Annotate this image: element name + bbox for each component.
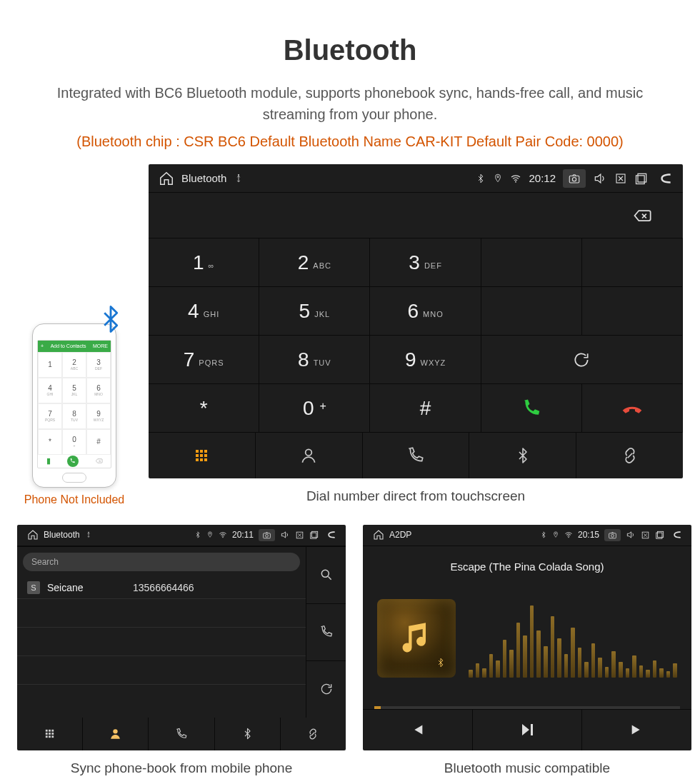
- status-time: 20:12: [529, 172, 556, 184]
- call-button[interactable]: [306, 604, 346, 661]
- phone-add-icon: +: [41, 343, 44, 348]
- phone-key: *: [38, 429, 62, 455]
- tab-bluetooth[interactable]: [215, 718, 281, 750]
- backspace-icon: [95, 457, 103, 465]
- play-pause-button[interactable]: [473, 710, 583, 750]
- camera-icon[interactable]: [259, 529, 275, 541]
- next-button[interactable]: [582, 710, 691, 750]
- phone-header-text: Add to Contacts: [51, 343, 86, 348]
- album-art: [377, 599, 456, 678]
- tab-recent-calls[interactable]: [363, 433, 470, 478]
- home-icon[interactable]: [159, 171, 174, 186]
- back-icon[interactable]: [670, 530, 684, 540]
- dial-key-9[interactable]: 9WXYZ: [370, 336, 481, 384]
- dial-spacer: [481, 238, 582, 287]
- search-button[interactable]: [306, 547, 346, 604]
- phone-mockup: + Add to Contacts MORE 12ABC3DEF4GHI5JKL…: [32, 323, 116, 488]
- video-call-icon: ▮: [46, 456, 51, 466]
- tab-recent-calls[interactable]: [149, 718, 214, 750]
- usb-icon: [85, 531, 92, 538]
- contact-number: 13566664466: [133, 582, 194, 593]
- close-icon[interactable]: [614, 172, 627, 185]
- phone-caption: Phone Not Included: [24, 493, 125, 506]
- phone-key: 0+: [62, 429, 86, 455]
- dialer-caption: Dial number direct from touchscreen: [149, 487, 683, 506]
- bluetooth-badge-icon: [436, 658, 446, 668]
- dial-key-2[interactable]: 2ABC: [259, 238, 370, 287]
- volume-icon[interactable]: [626, 530, 636, 540]
- location-icon: [552, 531, 559, 538]
- tab-pairing[interactable]: [576, 433, 683, 478]
- contact-row[interactable]: SSeicane13566664466: [17, 577, 306, 599]
- volume-icon[interactable]: [280, 530, 290, 540]
- dial-key-1[interactable]: 1∞: [149, 238, 259, 287]
- location-icon: [493, 174, 503, 184]
- recent-apps-icon[interactable]: [309, 530, 319, 540]
- backspace-button[interactable]: [630, 206, 654, 226]
- camera-icon[interactable]: [604, 529, 621, 541]
- usb-icon: [234, 174, 244, 184]
- dial-key-#[interactable]: #: [370, 384, 481, 433]
- refresh-button[interactable]: [306, 661, 346, 718]
- status-bar: A2DP 20:15: [363, 525, 691, 546]
- page-title: Bluetooth: [17, 34, 683, 66]
- call-button[interactable]: [481, 384, 582, 433]
- hangup-button[interactable]: [582, 384, 683, 433]
- back-icon[interactable]: [324, 530, 339, 540]
- music-note-icon: [398, 620, 435, 657]
- status-time: 20:15: [578, 530, 599, 540]
- close-icon[interactable]: [641, 531, 650, 540]
- recent-apps-icon[interactable]: [634, 171, 649, 186]
- tab-pairing[interactable]: [281, 718, 346, 750]
- audio-visualizer: [469, 599, 677, 678]
- dialer-screen: Bluetooth 20:12 1∞2ABC3DEF4GHI5JKL: [149, 164, 683, 478]
- redial-button[interactable]: [481, 336, 683, 384]
- status-bar: Bluetooth 20:12: [149, 164, 683, 193]
- contacts-screen: Bluetooth 20:11 Search SSei: [17, 525, 346, 750]
- phone-key: 3DEF: [86, 352, 111, 378]
- tab-contacts[interactable]: [83, 718, 149, 750]
- dial-key-8[interactable]: 8TUV: [259, 336, 370, 384]
- tab-dialpad[interactable]: [149, 433, 256, 478]
- dial-key-3[interactable]: 3DEF: [370, 238, 481, 287]
- phone-key: #: [86, 429, 111, 455]
- contact-name: Seicane: [47, 582, 126, 593]
- close-icon[interactable]: [295, 531, 304, 540]
- wifi-icon: [219, 531, 227, 539]
- tab-bluetooth[interactable]: [469, 433, 576, 478]
- dial-call-icon: [67, 456, 79, 467]
- tab-dialpad[interactable]: [17, 718, 83, 750]
- tab-contacts[interactable]: [256, 433, 363, 478]
- search-input[interactable]: Search: [23, 553, 300, 571]
- bluetooth-icon: [540, 531, 547, 538]
- music-screen: A2DP 20:15 Escape (The Pina Colada Song): [363, 525, 691, 750]
- dial-key-7[interactable]: 7PQRS: [149, 336, 259, 384]
- dial-key-6[interactable]: 6MNO: [370, 287, 481, 336]
- phone-key: 8TUV: [62, 403, 86, 429]
- progress-bar[interactable]: [374, 706, 680, 709]
- dial-key-0[interactable]: 0+: [259, 384, 370, 433]
- back-icon[interactable]: [656, 171, 676, 186]
- contact-badge: S: [27, 581, 40, 594]
- phone-key: 2ABC: [62, 352, 86, 378]
- dial-key-5[interactable]: 5JKL: [259, 287, 370, 336]
- dial-key-*[interactable]: *: [149, 384, 259, 433]
- phone-home-button: [62, 473, 86, 483]
- status-bar: Bluetooth 20:11: [17, 525, 346, 546]
- phone-key: 1: [38, 352, 62, 378]
- phone-key: 4GHI: [38, 378, 62, 403]
- home-icon[interactable]: [27, 529, 39, 541]
- phone-more: MORE: [93, 343, 108, 348]
- volume-icon[interactable]: [593, 171, 607, 186]
- wifi-icon: [510, 173, 521, 184]
- music-caption: Bluetooth music compatible(Support displ…: [427, 759, 628, 779]
- track-title: Escape (The Pina Colada Song): [363, 546, 691, 578]
- home-icon[interactable]: [373, 529, 384, 541]
- prev-button[interactable]: [363, 710, 473, 750]
- status-title: A2DP: [389, 530, 411, 540]
- dial-key-4[interactable]: 4GHI: [149, 287, 259, 336]
- recent-apps-icon[interactable]: [655, 530, 665, 540]
- status-title: Bluetooth: [44, 530, 80, 540]
- location-icon: [206, 531, 214, 538]
- camera-icon[interactable]: [563, 169, 586, 188]
